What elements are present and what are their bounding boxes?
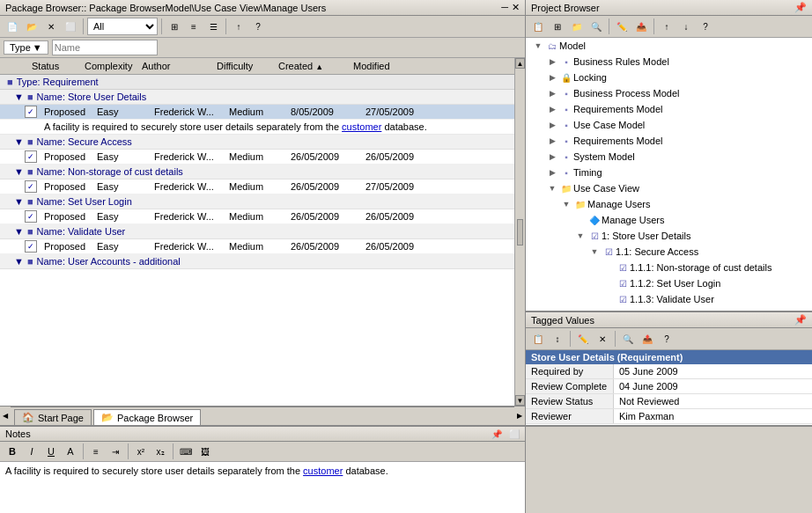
pin-icon[interactable]: 📌	[794, 2, 807, 13]
tree-expand-icon[interactable]: ▶	[545, 118, 559, 132]
scroll-thumb[interactable]	[517, 219, 523, 246]
pb-down-btn[interactable]: ↓	[677, 18, 695, 35]
tv-btn1[interactable]: 📋	[529, 330, 547, 348]
group-expand-icon[interactable]: ▼	[14, 166, 24, 177]
italic-btn[interactable]: I	[23, 443, 41, 460]
tree-item-set-user-login[interactable]: ☑ 1.1.2: Set User Login	[526, 275, 812, 291]
underline-btn[interactable]: U	[42, 443, 60, 460]
tree-expand-icon[interactable]: ▶	[545, 150, 559, 164]
pin-icon[interactable]: 📌	[794, 314, 807, 326]
tree-item-usecase-model[interactable]: ▶ ▪ Use Case Model	[526, 117, 812, 133]
customer-link[interactable]: customer	[342, 121, 381, 132]
scroll-left-btn[interactable]: ◀	[0, 407, 11, 425]
float-icon[interactable]: ⬜	[509, 429, 520, 439]
pb-btn3[interactable]: 📁	[568, 18, 586, 35]
tree-expand-icon[interactable]: ▶	[545, 102, 559, 116]
type-filter-btn[interactable]: Type ▼	[4, 40, 48, 55]
scrollbar[interactable]: ▲ ▼	[514, 58, 525, 406]
group-expand-icon[interactable]: ▼	[14, 226, 24, 237]
scroll-right-btn[interactable]: ▶	[514, 407, 525, 425]
tree-item-model[interactable]: ▼ 🗂 Model	[526, 38, 812, 54]
tree-item-store-user-details[interactable]: ▼ ☑ 1: Store User Details	[526, 228, 812, 244]
tree-expand-icon[interactable]: ▶	[545, 55, 559, 69]
filter-select[interactable]: All	[87, 18, 158, 35]
tree-item-validate-user[interactable]: ☑ 1.1.3: Validate User	[526, 291, 812, 307]
table-row[interactable]: ✓ Proposed Easy Frederick W... Medium 26…	[0, 239, 514, 254]
bold-btn[interactable]: B	[4, 443, 21, 460]
row-checkbox[interactable]: ✓	[25, 150, 37, 163]
code-btn[interactable]: ⌨	[177, 443, 195, 460]
col-modified[interactable]: Modified	[350, 60, 424, 72]
notes-content[interactable]: A facility is required to securely store…	[0, 462, 525, 513]
tree-item-req-model[interactable]: ▶ ▪ Requirements Model	[526, 101, 812, 117]
detail-btn[interactable]: ☰	[204, 18, 222, 35]
tv-btn2[interactable]: ↕	[549, 330, 566, 348]
up-btn[interactable]: ↑	[230, 18, 247, 35]
close-btn[interactable]: ✕	[512, 2, 520, 13]
tree-item-bpm[interactable]: ▶ ▪ Business Process Model	[526, 85, 812, 101]
copy-btn[interactable]: ⬜	[62, 18, 79, 35]
tv-btn3[interactable]: ✏️	[574, 330, 592, 348]
image-btn[interactable]: 🖼	[196, 443, 214, 460]
scroll-up-btn[interactable]: ▲	[515, 58, 525, 69]
tree-expand-icon[interactable]: ▼	[545, 181, 559, 195]
col-created[interactable]: Created ▲	[275, 60, 350, 72]
list-btn[interactable]: ≡	[87, 443, 105, 460]
tree-expand-icon[interactable]: ▼	[531, 39, 545, 53]
pb-btn1[interactable]: 📋	[529, 18, 547, 35]
tab-package-browser[interactable]: 📂 Package Browser	[93, 409, 201, 426]
indent-btn[interactable]: ⇥	[107, 443, 124, 460]
minimize-btn[interactable]: ─	[501, 2, 508, 13]
tab-start-page[interactable]: 🏠 Start Page	[14, 409, 92, 425]
superscript-btn[interactable]: x²	[132, 443, 150, 460]
tree-item-timing[interactable]: ▶ ▪ Timing	[526, 165, 812, 180]
tree-expand-icon[interactable]: ▶	[545, 70, 559, 84]
pb-btn6[interactable]: 📤	[632, 18, 650, 35]
tree-item-locking[interactable]: ▶ 🔒 Locking	[526, 70, 812, 85]
col-status[interactable]: Status	[28, 60, 81, 72]
open-btn[interactable]: 📂	[23, 18, 41, 35]
tree-expand-icon[interactable]: ▼	[587, 245, 602, 259]
tree-item-non-storage[interactable]: ☑ 1.1.1: Non-storage of cust details	[526, 260, 812, 275]
tree-item-usecase-view[interactable]: ▼ 📁 Use Case View	[526, 180, 812, 196]
pb-btn4[interactable]: 🔍	[587, 18, 605, 35]
col-difficulty[interactable]: Difficulty	[213, 60, 275, 72]
col-author[interactable]: Author	[138, 60, 213, 72]
row-checkbox[interactable]: ✓	[25, 106, 37, 118]
tree-expand-icon[interactable]: ▶	[545, 86, 559, 100]
grid-btn[interactable]: ⊞	[166, 18, 183, 35]
tv-help-btn[interactable]: ?	[658, 330, 675, 348]
tree-item-business-rules[interactable]: ▶ ▪ Business Rules Model	[526, 54, 812, 70]
row-checkbox[interactable]: ✓	[25, 180, 37, 193]
tree-expand-icon[interactable]: ▶	[545, 165, 559, 180]
tree-item-manage-users-diagram[interactable]: 🔷 Manage Users	[526, 212, 812, 228]
notes-link[interactable]: customer	[303, 465, 343, 476]
tree-item-secure-access[interactable]: ▼ ☑ 1.1: Secure Access	[526, 244, 812, 260]
group-expand-icon[interactable]: ▼	[14, 136, 24, 147]
pb-help-btn[interactable]: ?	[697, 18, 714, 35]
tree-item-manage-users[interactable]: ▼ 📁 Manage Users	[526, 196, 812, 212]
group-expand-icon[interactable]: ▼	[14, 92, 24, 102]
tree-item-system-model[interactable]: ▶ ▪ System Model	[526, 149, 812, 165]
tree-expand-icon[interactable]: ▼	[559, 197, 573, 211]
tree-item-req-model2[interactable]: ▶ ▪ Requirements Model	[526, 133, 812, 149]
group-expand-icon[interactable]: ▼	[14, 256, 24, 267]
delete-btn[interactable]: ✕	[42, 18, 60, 35]
pb-btn5[interactable]: ✏️	[613, 18, 631, 35]
new-btn[interactable]: 📄	[4, 18, 21, 35]
tree-expand-icon[interactable]: ▼	[573, 229, 587, 243]
col-complexity[interactable]: Complexity	[81, 60, 138, 72]
group-expand-icon[interactable]: ▼	[14, 196, 24, 207]
row-checkbox[interactable]: ✓	[25, 240, 37, 253]
scroll-down-btn[interactable]: ▼	[515, 395, 525, 406]
help-btn[interactable]: ?	[249, 18, 267, 35]
table-row[interactable]: ✓ Proposed Easy Frederick W... Medium 26…	[0, 150, 514, 165]
font-btn[interactable]: A	[62, 443, 79, 460]
tv-btn4[interactable]: ✕	[594, 330, 611, 348]
table-row[interactable]: ✓ Proposed Easy Frederick W... Medium 26…	[0, 209, 514, 224]
tree-expand-icon[interactable]: ▶	[545, 134, 559, 148]
tv-btn5[interactable]: 🔍	[619, 330, 637, 348]
name-filter-input[interactable]	[52, 40, 158, 55]
pin-icon[interactable]: 📌	[491, 429, 502, 439]
pb-btn2[interactable]: ⊞	[549, 18, 566, 35]
